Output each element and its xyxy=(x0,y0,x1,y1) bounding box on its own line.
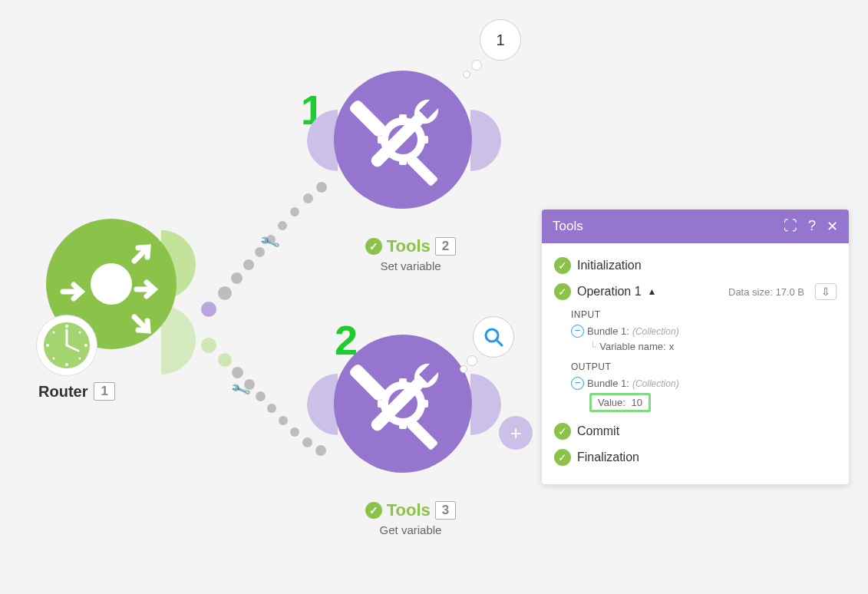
var-name-value: x xyxy=(669,341,675,352)
svg-rect-25 xyxy=(378,400,387,408)
bubble-tail-dot xyxy=(460,365,467,373)
tools-icon xyxy=(334,71,472,209)
data-size: Data size: 17.0 B xyxy=(728,286,804,298)
router-label-text: Router xyxy=(38,383,87,401)
svg-rect-23 xyxy=(399,378,407,388)
schedule-icon[interactable] xyxy=(36,315,97,376)
svg-point-14 xyxy=(53,332,55,334)
output-section-header: OUTPUT xyxy=(571,361,837,372)
check-icon: ✓ xyxy=(554,423,571,440)
row-initialization[interactable]: ✓ Initialization xyxy=(554,252,837,279)
tools-icon xyxy=(334,335,472,473)
svg-line-3 xyxy=(134,317,146,328)
variable-name-row: └ Variable name: x xyxy=(589,339,837,354)
tools-module-2[interactable] xyxy=(326,327,480,480)
check-icon: ✓ xyxy=(554,449,571,466)
check-icon: ✓ xyxy=(554,283,571,300)
bubble-tail-dot xyxy=(463,71,470,78)
router-index: 1 xyxy=(94,382,114,401)
svg-rect-21 xyxy=(406,154,438,186)
output-bundle-row[interactable]: − Bundle 1: (Collection) xyxy=(571,375,837,391)
svg-point-9 xyxy=(65,363,68,366)
tools2-subtitle: Get variable xyxy=(349,523,472,536)
tools-module-1[interactable] xyxy=(326,63,480,216)
collapse-icon[interactable]: − xyxy=(571,377,584,390)
bundle-label: Bundle 1: xyxy=(587,325,629,337)
svg-rect-26 xyxy=(419,400,428,408)
svg-rect-17 xyxy=(399,156,407,165)
check-icon: ✓ xyxy=(554,257,571,274)
download-button[interactable]: ⇩ xyxy=(815,283,837,300)
svg-rect-28 xyxy=(406,418,438,450)
svg-point-11 xyxy=(79,332,81,334)
input-bundle-row[interactable]: − Bundle 1: (Collection) xyxy=(571,323,837,339)
svg-point-12 xyxy=(79,358,81,360)
collapse-icon[interactable]: − xyxy=(571,325,584,338)
svg-line-1 xyxy=(134,249,146,261)
row-label: Finalization xyxy=(577,450,639,464)
var-name-label: Variable name: xyxy=(599,341,665,352)
expand-icon[interactable]: ⛶ xyxy=(784,218,797,235)
svg-point-8 xyxy=(84,344,87,347)
help-icon[interactable]: ? xyxy=(808,218,816,235)
tools1-subtitle: Set variable xyxy=(349,259,472,272)
svg-rect-20 xyxy=(349,99,388,139)
svg-rect-18 xyxy=(378,136,387,144)
bundle-label: Bundle 1: xyxy=(587,378,629,389)
check-icon: ✓ xyxy=(365,238,382,255)
input-section-header: INPUT xyxy=(571,309,837,320)
row-commit[interactable]: ✓ Commit xyxy=(554,418,837,444)
svg-point-7 xyxy=(65,325,68,328)
tools2-title: Tools xyxy=(387,500,431,520)
tools1-title: Tools xyxy=(387,236,431,256)
tools1-index: 2 xyxy=(435,237,456,256)
svg-rect-24 xyxy=(399,420,407,429)
tools2-label: ✓ Tools 3 Get variable xyxy=(349,500,472,536)
check-icon: ✓ xyxy=(365,502,382,519)
row-finalization[interactable]: ✓ Finalization xyxy=(554,444,837,470)
svg-rect-19 xyxy=(419,136,428,144)
execution-count: 1 xyxy=(496,31,504,49)
svg-rect-16 xyxy=(399,114,407,124)
execution-details-panel: Tools ⛶ ? ✕ ✓ Initialization ✓ Operation… xyxy=(542,210,849,484)
value-content: 10 xyxy=(632,397,642,408)
execution-count-bubble[interactable]: 1 xyxy=(480,19,521,61)
svg-rect-27 xyxy=(349,363,388,403)
scenario-canvas[interactable]: Router 1 🔧 🔧 1 xyxy=(0,0,868,594)
tools2-index: 3 xyxy=(435,501,456,520)
tools1-label: ✓ Tools 2 Set variable xyxy=(349,236,472,272)
router-module[interactable] xyxy=(38,215,180,357)
bundle-type: (Collection) xyxy=(632,326,679,337)
value-label: Value: xyxy=(598,397,625,408)
caret-up-icon: ▲ xyxy=(648,286,657,297)
bundle-type: (Collection) xyxy=(632,378,679,389)
row-operation-1[interactable]: ✓ Operation 1 ▲ Data size: 17.0 B ⇩ xyxy=(554,279,837,305)
value-highlight: Value: 10 xyxy=(589,393,651,412)
bubble-tail-dot xyxy=(471,60,482,71)
close-icon[interactable]: ✕ xyxy=(827,218,838,235)
router-label: Router 1 xyxy=(38,382,115,401)
row-label: Operation 1 xyxy=(577,285,642,299)
svg-point-13 xyxy=(53,358,55,360)
svg-point-10 xyxy=(46,344,49,347)
row-label: Initialization xyxy=(577,259,642,272)
inspect-bubble[interactable] xyxy=(473,316,514,358)
search-icon xyxy=(482,325,505,348)
panel-title: Tools xyxy=(553,219,583,234)
value-row: Value: 10 xyxy=(589,391,837,414)
plus-icon: + xyxy=(499,416,533,450)
svg-line-30 xyxy=(497,340,502,345)
row-label: Commit xyxy=(577,424,619,438)
panel-header[interactable]: Tools ⛶ ? ✕ xyxy=(542,210,849,243)
bubble-tail-dot xyxy=(467,355,477,366)
